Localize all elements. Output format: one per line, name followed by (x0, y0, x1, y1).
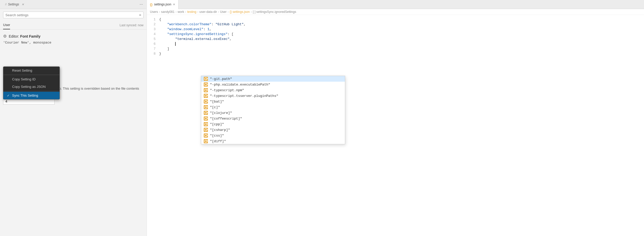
search-input-wrapper[interactable]: ≡ (3, 12, 143, 18)
line-num-5: 5 (149, 37, 156, 41)
autocomplete-icon-3 (204, 94, 208, 98)
autocomplete-dropdown[interactable]: "-git.path" "-php.validate.executablePat… (201, 76, 345, 144)
code-line-5: "terminal.external.osxExec", (158, 37, 644, 41)
copy-id-menu-item[interactable]: Copy Setting ID (3, 75, 60, 83)
autocomplete-item-2[interactable]: "-typescript.npm" (201, 87, 345, 93)
autocomplete-icon-8 (204, 122, 208, 126)
editor-tab-bar: {} settings.json ✕ (147, 0, 644, 9)
copy-json-menu-item[interactable]: Copy Setting as JSON (3, 83, 60, 90)
breadcrumb-settings-json[interactable]: {} settings.json (230, 10, 250, 14)
breadcrumb-user[interactable]: User (220, 10, 226, 14)
code-line-6 (158, 41, 644, 46)
autocomplete-label-10: "[css]" (210, 133, 224, 138)
autocomplete-label-0: "-git.path" (210, 77, 232, 81)
autocomplete-label-7: "[coffeescript]" (210, 116, 242, 121)
autocomplete-item-10[interactable]: "[css]" (201, 133, 345, 138)
line-numbers: 1 2 3 4 5 6 7 8 (147, 15, 158, 236)
breadcrumb-user-data-dir[interactable]: user-data-dir (199, 10, 217, 14)
tok-key-zoomlevel: "window.zoomLevel" (167, 27, 203, 32)
autocomplete-item-5[interactable]: "[c]" (201, 104, 345, 110)
line-num-4: 4 (149, 32, 156, 37)
reset-setting-label: Reset Setting (12, 69, 32, 72)
autocomplete-item-7[interactable]: "[coffeescript]" (201, 116, 345, 121)
autocomplete-icon-6 (204, 111, 208, 115)
context-menu: Reset Setting Copy Setting ID Copy Setti… (3, 66, 60, 99)
code-line-7: ] (158, 46, 644, 51)
search-input[interactable] (5, 13, 139, 17)
last-synced-text: Last synced: now (120, 23, 143, 27)
line-num-8: 8 (149, 51, 156, 56)
tok-bracket-close: ] (167, 46, 169, 51)
autocomplete-icon-7 (204, 116, 208, 121)
filter-icon[interactable]: ≡ (139, 13, 141, 17)
code-line-8: } (158, 51, 644, 56)
font-family-setting: ⚙ Editor: Font Family 'Courier New', mon… (3, 34, 143, 45)
editor-tab-label: settings.json (154, 3, 171, 6)
breadcrumb-work[interactable]: work (177, 10, 184, 14)
autocomplete-item-8[interactable]: "[cpp]" (201, 121, 345, 127)
tok-val-zoomlevel: 1 (207, 27, 209, 32)
autocomplete-icon-2 (204, 88, 208, 92)
autocomplete-icon-5 (204, 105, 208, 109)
line-num-3: 3 (149, 27, 156, 32)
autocomplete-item-0[interactable]: "-git.path" (201, 76, 345, 82)
font-family-value: 'Courier New', monospace (3, 41, 143, 45)
copy-id-label: Copy Setting ID (12, 77, 36, 81)
autocomplete-label-6: "[clojure]" (210, 111, 232, 115)
autocomplete-label-8: "[cpp]" (210, 122, 224, 127)
autocomplete-item-3[interactable]: "-typescript.tsserver.pluginPaths" (201, 93, 345, 99)
breadcrumb-testing[interactable]: testing (187, 10, 196, 14)
tok-brace-open: { (159, 17, 161, 22)
autocomplete-label-9: "[csharp]" (210, 128, 230, 132)
autocomplete-item-1[interactable]: "-php.validate.executablePath" (201, 82, 345, 87)
sync-checkmark: ✓ (7, 94, 11, 97)
settings-json-tab[interactable]: {} settings.json ✕ (147, 0, 179, 9)
breadcrumb-users[interactable]: Users (150, 10, 158, 14)
autocomplete-item-4[interactable]: "[bat]" (201, 99, 345, 104)
context-menu-divider-1 (3, 75, 60, 75)
code-line-3: "window.zoomLevel": 1, (158, 27, 644, 32)
settings-tab-label: Settings (8, 3, 19, 6)
line-num-7: 7 (149, 46, 156, 51)
tok-val-osxexec: "terminal.external.osxExec" (175, 37, 230, 41)
reset-setting-menu-item[interactable]: Reset Setting (3, 67, 60, 74)
context-menu-divider-2 (3, 91, 60, 91)
tok-key-ignoredsettings: "settingsSync.ignoredSettings" (167, 32, 227, 37)
gear-icon: ⚙ (3, 34, 7, 39)
autocomplete-label-5: "[c]" (210, 105, 220, 110)
autocomplete-label-4: "[bat]" (210, 99, 224, 104)
settings-tab-close[interactable]: ✕ (21, 2, 25, 7)
json-icon: {} (150, 3, 152, 6)
autocomplete-item-11[interactable]: "[diff]" (201, 138, 345, 144)
drag-icon: ⠿ (5, 3, 6, 6)
breadcrumb: Users › sandy081 › work › testing › user… (147, 9, 644, 15)
breadcrumb-ignored-settings[interactable]: [ ] settingsSync.ignoredSettings (253, 10, 296, 14)
breadcrumb-sandy[interactable]: sandy081 (161, 10, 174, 14)
autocomplete-icon-9 (204, 128, 208, 132)
autocomplete-icon-0 (204, 77, 208, 81)
autocomplete-item-9[interactable]: "[csharp]" (201, 127, 345, 133)
text-cursor (175, 42, 176, 46)
code-line-2: "workbench.colorTheme": "GitHub Light", (158, 22, 644, 27)
tab-more-button[interactable]: ··· (138, 2, 145, 7)
editor-tab-close[interactable]: ✕ (173, 3, 175, 6)
editor-panel: {} settings.json ✕ Users › sandy081 › wo… (147, 0, 644, 236)
code-line-1: { (158, 17, 644, 22)
autocomplete-icon-10 (204, 133, 208, 138)
autocomplete-label-2: "-typescript.npm" (210, 88, 244, 93)
user-tab[interactable]: User (3, 21, 10, 29)
autocomplete-label-1: "-php.validate.executablePath" (210, 82, 270, 87)
code-content[interactable]: { "workbench.colorTheme": "GitHub Light"… (158, 15, 644, 236)
code-editor[interactable]: 1 2 3 4 5 6 7 8 { "workbench.colorTheme"… (147, 15, 644, 236)
line-num-2: 2 (149, 22, 156, 27)
sync-setting-menu-item[interactable]: ✓ Sync This Setting (3, 92, 60, 99)
tok-key-colortheme: "workbench.colorTheme" (167, 22, 211, 27)
settings-panel: ⠿ Settings ✕ ··· ≡ User Last synced: now… (0, 0, 147, 236)
autocomplete-item-6[interactable]: "[clojure]" (201, 110, 345, 116)
settings-tab-bar: ⠿ Settings ✕ ··· (0, 0, 147, 9)
autocomplete-icon-4 (204, 99, 208, 104)
font-family-header: ⚙ Editor: Font Family (3, 34, 143, 39)
font-family-title: Editor: Font Family (9, 34, 40, 38)
settings-tab[interactable]: ⠿ Settings ✕ (2, 0, 28, 9)
tok-val-colortheme: "GitHub Light" (215, 22, 243, 27)
